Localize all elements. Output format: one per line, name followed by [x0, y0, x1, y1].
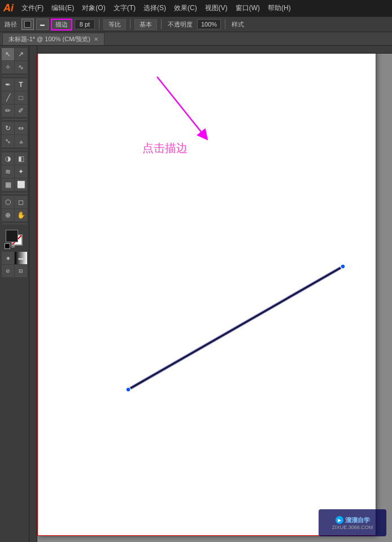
menu-select[interactable]: 选择(S): [140, 2, 169, 14]
color-mode-btn[interactable]: ◈: [2, 252, 14, 264]
tool-row-zoom: ⊕ ✋: [2, 209, 27, 221]
tool-row-scale: ⤡ ⟁: [2, 135, 27, 147]
separator-1: [2, 76, 27, 76]
eraser-tool[interactable]: ◻: [15, 196, 27, 208]
stroke-color-swatch[interactable]: [21, 19, 34, 30]
fill-swatch[interactable]: [6, 230, 18, 242]
tool-row-magic: ✧ ∿: [2, 61, 27, 73]
zoom-tool[interactable]: ⊕: [2, 209, 14, 221]
swap-colors-btn[interactable]: ⇄: [11, 244, 15, 249]
separator-4: [2, 193, 27, 194]
opacity-input[interactable]: [197, 19, 221, 29]
watermark-inner: ▶ 溜溜自学 ZIXUE.3066.COM: [332, 516, 373, 530]
default-colors-btn[interactable]: [5, 243, 10, 249]
rect-tool[interactable]: □: [15, 91, 27, 104]
gradient-swatch-btn[interactable]: ▬: [15, 252, 27, 264]
stroke-type-btn[interactable]: ▬: [36, 19, 49, 30]
separator-2: [2, 119, 27, 120]
selection-tool[interactable]: ↖: [2, 48, 14, 60]
svg-line-0: [128, 266, 343, 390]
tool-row-blend: ≋ ✦: [2, 165, 27, 178]
tool-row-line: ╱ □: [2, 91, 27, 104]
ai-logo: Ai: [3, 2, 14, 14]
line-tool[interactable]: ╱: [2, 91, 14, 104]
ratio-label: 等比: [103, 19, 126, 30]
path-label: 路径: [2, 20, 19, 29]
toolbox: ↖ ↗ ✧ ∿ ✒ T ╱ □ ✏ ✐ ↻ ⇔ ⤡ ⟁ ◑: [0, 46, 29, 542]
anchor-point-end: [341, 264, 345, 269]
menu-window[interactable]: 窗口(W): [232, 2, 263, 14]
type-tool[interactable]: T: [15, 78, 27, 91]
screen-mode-btn[interactable]: ⊟: [15, 265, 27, 277]
divider-1: [99, 19, 99, 29]
tab-title: 未标题-1* @ 100% (CM/预览): [8, 35, 90, 43]
watermark: ▶ 溜溜自学 ZIXUE.3066.COM: [319, 509, 386, 536]
stroke-size-input[interactable]: [75, 19, 95, 29]
tool-row-chart: ▦ ⬜: [2, 178, 27, 191]
style-label: 样式: [229, 20, 246, 29]
tool-row-paint: ✏ ✐: [2, 104, 27, 117]
scale-tool[interactable]: ⤡: [2, 135, 14, 147]
options-toolbar: 路径 ▬ 描边 等比 基本 不透明度 样式: [0, 16, 392, 32]
pen-tool[interactable]: ✒: [2, 78, 14, 91]
rotate-tool[interactable]: ↻: [2, 122, 14, 134]
divider-4: [225, 19, 225, 29]
opacity-label: 不透明度: [165, 20, 195, 29]
menu-object[interactable]: 对象(O): [79, 2, 108, 14]
menu-file[interactable]: 文件(F): [18, 2, 47, 14]
none-swatch-btn[interactable]: ⊘: [2, 265, 14, 277]
blend-tool[interactable]: ≋: [2, 165, 14, 178]
canvas-area[interactable]: 点击描边 ▶ 溜溜自学 ZIXUE.3066.COM: [29, 46, 392, 542]
menu-help[interactable]: 帮助(H): [264, 2, 294, 14]
menu-edit[interactable]: 编辑(E): [48, 2, 77, 14]
menu-view[interactable]: 视图(V): [202, 2, 231, 14]
ruler-left: [29, 46, 37, 542]
hand-tool[interactable]: ✋: [15, 209, 27, 221]
canvas-svg: [38, 51, 376, 535]
warp-tool[interactable]: ⟁: [15, 135, 27, 147]
tool-row-eraser: ⬡ ◻: [2, 196, 27, 208]
artboard: [37, 50, 376, 536]
divider-2: [130, 19, 130, 29]
gradient-mesh-tool[interactable]: ◧: [15, 152, 27, 165]
direct-selection-tool[interactable]: ↗: [15, 48, 27, 60]
chart-tool[interactable]: ▦: [2, 178, 14, 191]
symbol-tool[interactable]: ✦: [15, 165, 27, 178]
color-swatches: ⇄: [5, 229, 25, 251]
base-label: 基本: [134, 19, 157, 30]
reflect-tool[interactable]: ⇔: [15, 122, 27, 134]
tool-row-pen: ✒ T: [2, 78, 27, 91]
anchor-point-start: [126, 387, 130, 392]
tool-row-shape: ◑ ◧: [2, 152, 27, 165]
shape-builder-tool[interactable]: ◑: [2, 152, 14, 165]
tab-close-btn[interactable]: ✕: [94, 36, 98, 42]
watermark-logo: ▶ 溜溜自学: [336, 516, 370, 524]
menu-type[interactable]: 文字(T): [110, 2, 139, 14]
tool-row-rotate: ↻ ⇔: [2, 122, 27, 134]
menu-bar: 文件(F) 编辑(E) 对象(O) 文字(T) 选择(S) 效果(C) 视图(V…: [18, 2, 389, 14]
artboard-tool[interactable]: ⬜: [15, 178, 27, 191]
magic-wand-tool[interactable]: ✧: [2, 61, 14, 73]
svg-line-1: [128, 266, 343, 390]
separator-5: [2, 224, 27, 224]
separator-3: [2, 150, 27, 150]
stroke-button[interactable]: 描边: [51, 19, 72, 30]
lasso-tool[interactable]: ∿: [15, 61, 27, 73]
document-tab[interactable]: 未标题-1* @ 100% (CM/预览) ✕: [2, 33, 104, 45]
paintbrush-tool[interactable]: ✏: [2, 104, 14, 117]
menu-effect[interactable]: 效果(C): [171, 2, 201, 14]
tool-row-select: ↖ ↗: [2, 48, 27, 60]
watermark-site: ZIXUE.3066.COM: [332, 524, 373, 530]
tab-bar: 未标题-1* @ 100% (CM/预览) ✕: [0, 32, 392, 46]
brand-name: 溜溜自学: [345, 516, 370, 524]
slice-tool[interactable]: ⬡: [2, 196, 14, 208]
play-icon: ▶: [336, 516, 343, 524]
tool-row-none: ⊘ ⊟: [2, 265, 27, 277]
titlebar: Ai 文件(F) 编辑(E) 对象(O) 文字(T) 选择(S) 效果(C) 视…: [0, 0, 392, 16]
pencil-tool[interactable]: ✐: [15, 104, 27, 117]
divider-3: [161, 19, 162, 29]
ruler-top: [29, 46, 392, 54]
tool-row-color-mode: ◈ ▬: [2, 252, 27, 264]
main-area: ↖ ↗ ✧ ∿ ✒ T ╱ □ ✏ ✐ ↻ ⇔ ⤡ ⟁ ◑: [0, 46, 392, 542]
